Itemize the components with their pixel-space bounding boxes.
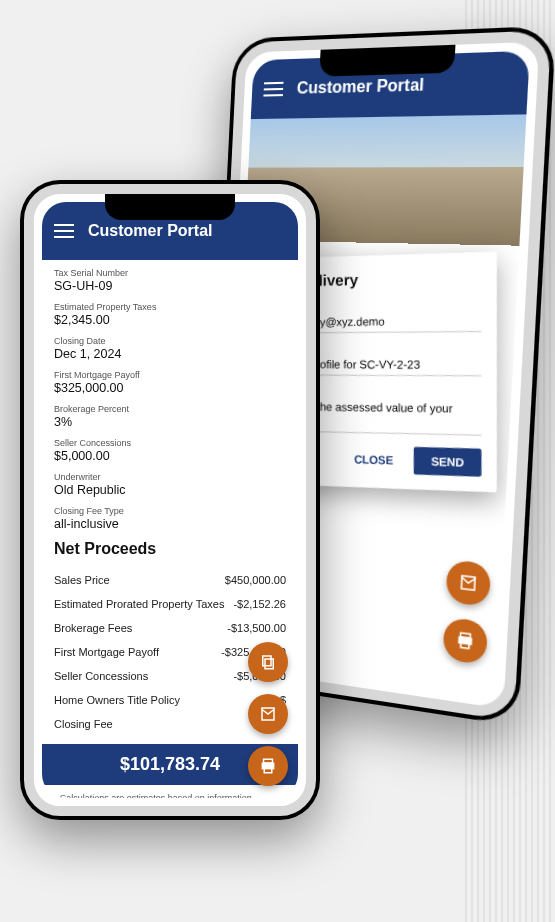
field-label: Seller Concessions (54, 438, 286, 448)
field-value: Old Republic (54, 483, 286, 497)
proceeds-row: Brokerage Fees -$13,500.00 (54, 616, 286, 640)
svg-rect-5 (264, 759, 273, 763)
field-row: First Mortgage Payoff $325,000.00 (54, 370, 286, 395)
disclaimer: • Calculations are estimates based on in… (54, 793, 286, 798)
proceeds-row: Sales Price $450,000.00 (54, 568, 286, 592)
field-value: $2,345.00 (54, 313, 286, 327)
proceeds-label: Estimated Prorated Property Taxes (54, 598, 224, 610)
proceeds-label: First Mortgage Payoff (54, 646, 159, 658)
proceeds-label: Seller Concessions (54, 670, 148, 682)
email-fab[interactable] (248, 694, 288, 734)
field-value: SG-UH-09 (54, 279, 286, 293)
field-label: First Mortgage Payoff (54, 370, 286, 380)
notch (105, 194, 235, 220)
print-icon (455, 630, 476, 652)
mail-icon (458, 572, 479, 594)
proceeds-amount: -$13,500.00 (227, 622, 286, 634)
proceeds-amount: $450,000.00 (225, 574, 286, 586)
net-proceeds-heading: Net Proceeds (54, 540, 286, 558)
field-row: Closing Fee Type all-inclusive (54, 506, 286, 531)
proceeds-label: Brokerage Fees (54, 622, 132, 634)
field-row: Underwriter Old Republic (54, 472, 286, 497)
send-button[interactable]: SEND (414, 447, 481, 477)
field-value: $325,000.00 (54, 381, 286, 395)
field-row: Brokerage Percent 3% (54, 404, 286, 429)
field-value: $5,000.00 (54, 449, 286, 463)
field-row: Estimated Property Taxes $2,345.00 (54, 302, 286, 327)
field-value: Dec 1, 2024 (54, 347, 286, 361)
proceeds-label: Closing Fee (54, 718, 113, 730)
field-label: Brokerage Percent (54, 404, 286, 414)
field-row: Tax Serial Number SG-UH-09 (54, 268, 286, 293)
field-label: Closing Fee Type (54, 506, 286, 516)
menu-icon[interactable] (263, 82, 283, 97)
proceeds-amount: -$2,152.26 (233, 598, 286, 610)
app-title: Customer Portal (88, 222, 212, 240)
copy-fab[interactable] (248, 642, 288, 682)
copy-icon (259, 653, 277, 671)
field-row: Closing Date Dec 1, 2024 (54, 336, 286, 361)
field-value: 3% (54, 415, 286, 429)
print-icon (259, 757, 277, 775)
proceeds-label: Home Owners Title Policy (54, 694, 180, 706)
field-label: Underwriter (54, 472, 286, 482)
field-row: Seller Concessions $5,000.00 (54, 438, 286, 463)
field-label: Estimated Property Taxes (54, 302, 286, 312)
print-fab[interactable] (248, 746, 288, 786)
svg-rect-3 (265, 659, 273, 669)
field-value: all-inclusive (54, 517, 286, 531)
app-title: Customer Portal (296, 76, 424, 98)
menu-icon[interactable] (54, 224, 74, 238)
close-button[interactable]: CLOSE (344, 445, 404, 474)
email-fab[interactable] (446, 559, 492, 607)
svg-rect-4 (263, 656, 271, 666)
print-fab[interactable] (442, 617, 488, 665)
phone-front: Customer Portal Tax Serial Number SG-UH-… (20, 180, 320, 820)
recipient-input[interactable] (302, 314, 482, 329)
proceeds-row: Estimated Prorated Property Taxes -$2,15… (54, 592, 286, 616)
notch (319, 45, 455, 77)
field-label: Tax Serial Number (54, 268, 286, 278)
proceeds-label: Sales Price (54, 574, 110, 586)
mail-icon (259, 705, 277, 723)
field-label: Closing Date (54, 336, 286, 346)
